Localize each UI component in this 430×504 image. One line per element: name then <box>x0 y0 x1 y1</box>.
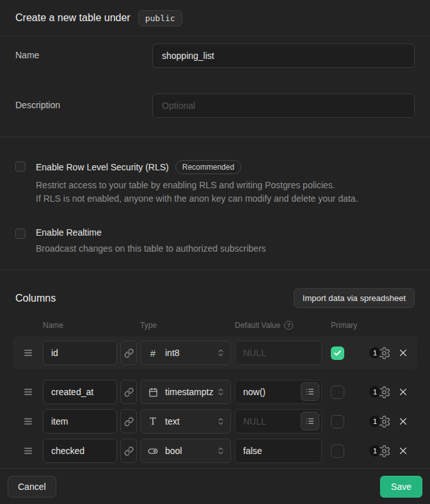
default-value-cell <box>235 409 322 434</box>
grid-header-primary: Primary <box>331 321 357 330</box>
primary-cell <box>331 386 344 399</box>
column-type-select[interactable]: bool <box>140 439 231 463</box>
primary-cell <box>331 346 344 360</box>
cancel-button[interactable]: Cancel <box>8 476 56 498</box>
default-value-picker-button[interactable] <box>301 412 319 430</box>
column-name-input[interactable] <box>43 380 117 404</box>
column-type-value: bool <box>165 446 182 456</box>
column-row: # int8 1 <box>13 336 417 370</box>
recommended-badge: Recommended <box>175 160 241 174</box>
grid-header-default-label: Default Value <box>235 321 280 330</box>
remove-column-button[interactable] <box>397 416 409 427</box>
table-details-section: Name Description <box>0 37 430 137</box>
save-button[interactable]: Save <box>380 476 422 498</box>
close-icon <box>397 347 409 359</box>
realtime-checkbox[interactable] <box>15 229 26 239</box>
rls-checkbox[interactable] <box>15 161 26 172</box>
column-settings-button[interactable]: 1 <box>369 346 391 360</box>
toggles-section: Enable Row Level Security (RLS) Recommen… <box>0 137 430 270</box>
hash-icon: # <box>148 348 158 359</box>
rls-toggle-block: Enable Row Level Security (RLS) Recommen… <box>15 160 415 206</box>
toggle-icon <box>148 446 158 457</box>
realtime-toggle-block: Enable Realtime Broadcast changes on thi… <box>15 227 415 256</box>
rls-label: Enable Row Level Security (RLS) <box>36 162 169 172</box>
drag-handle-icon[interactable] <box>13 387 43 397</box>
column-settings-button[interactable]: 1 <box>369 444 391 458</box>
name-field-row: Name <box>15 44 415 68</box>
column-name-input[interactable] <box>43 439 117 463</box>
default-value-cell <box>235 439 322 463</box>
link-icon <box>124 387 134 397</box>
rls-label-row: Enable Row Level Security (RLS) Recommen… <box>36 160 358 174</box>
modal-footer: Cancel Save <box>0 468 430 504</box>
column-type-select[interactable]: T text <box>140 409 231 434</box>
list-icon <box>305 387 315 396</box>
column-settings-button[interactable]: 1 <box>369 415 391 428</box>
grid-header-default: Default Value ? <box>235 321 331 330</box>
settings-count-badge: 1 <box>369 347 381 359</box>
column-type-value: timestamptz <box>165 387 213 397</box>
column-row: timestamptz 1 <box>13 380 417 404</box>
default-value-picker-button[interactable] <box>301 382 319 401</box>
column-name-input[interactable] <box>43 409 117 434</box>
columns-grid-header: Name Type Default Value ? Primary <box>13 321 417 330</box>
column-row: T text 1 <box>13 409 417 434</box>
list-icon <box>305 416 315 426</box>
close-icon <box>397 445 409 457</box>
column-row: bool 1 <box>13 439 417 463</box>
column-type-select[interactable]: # int8 <box>140 341 231 365</box>
remove-column-button[interactable] <box>397 347 409 359</box>
primary-checkbox[interactable] <box>331 386 344 399</box>
foreign-key-button[interactable] <box>120 439 137 463</box>
columns-section: Columns Import data via spreadsheet Name… <box>0 270 430 468</box>
rls-description-line1: Restrict access to your table by enablin… <box>36 179 358 192</box>
chevrons-up-down-icon <box>216 387 225 396</box>
realtime-label-row: Enable Realtime <box>36 227 266 238</box>
help-circle-icon[interactable]: ? <box>284 321 293 330</box>
chevrons-up-down-icon <box>216 446 225 455</box>
primary-checkbox[interactable] <box>331 444 344 458</box>
foreign-key-button[interactable] <box>120 409 137 434</box>
column-type-value: text <box>165 416 180 427</box>
schema-badge: public <box>138 10 182 26</box>
primary-cell <box>331 444 344 458</box>
default-value-cell <box>235 380 322 404</box>
columns-title: Columns <box>15 293 56 304</box>
default-value-input[interactable] <box>235 341 322 365</box>
primary-checkbox[interactable] <box>331 415 344 428</box>
close-icon <box>397 386 409 398</box>
link-icon <box>124 348 134 358</box>
settings-count-badge: 1 <box>369 416 381 427</box>
default-value-input[interactable] <box>235 439 322 463</box>
rls-description: Restrict access to your table by enablin… <box>36 179 358 206</box>
foreign-key-button[interactable] <box>120 341 137 365</box>
primary-cell <box>331 415 344 428</box>
foreign-key-button[interactable] <box>120 380 137 404</box>
import-spreadsheet-button[interactable]: Import data via spreadsheet <box>294 288 415 308</box>
column-type-select[interactable]: timestamptz <box>140 380 231 404</box>
table-name-input[interactable] <box>152 44 415 68</box>
modal-title: Create a new table under <box>15 12 131 24</box>
description-field-row: Description <box>15 93 415 118</box>
primary-checkbox[interactable] <box>331 346 344 360</box>
chevrons-up-down-icon <box>216 417 225 426</box>
drag-handle-icon[interactable] <box>13 348 43 358</box>
remove-column-button[interactable] <box>397 386 409 398</box>
table-description-input[interactable] <box>152 93 415 118</box>
drag-handle-icon[interactable] <box>13 416 43 427</box>
link-icon <box>124 417 134 427</box>
close-icon <box>397 416 409 427</box>
calendar-icon <box>148 387 158 397</box>
drag-handle-icon[interactable] <box>13 446 43 456</box>
name-label: Name <box>15 44 152 68</box>
column-type-value: int8 <box>165 348 180 358</box>
columns-rows: # int8 1 <box>13 336 417 463</box>
columns-head: Columns Import data via spreadsheet <box>13 288 417 308</box>
column-name-input[interactable] <box>43 341 117 365</box>
modal-header: Create a new table under public <box>0 0 430 37</box>
column-settings-button[interactable]: 1 <box>369 386 391 399</box>
text-icon: T <box>148 416 158 427</box>
remove-column-button[interactable] <box>397 445 409 457</box>
settings-count-badge: 1 <box>369 386 381 398</box>
rls-description-line2: If RLS is not enabled, anyone with the a… <box>36 192 358 206</box>
